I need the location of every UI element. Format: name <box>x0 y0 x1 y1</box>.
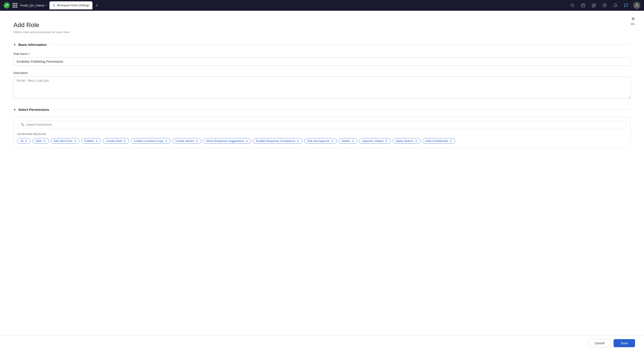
search-permissions-icon: 🔍 <box>20 123 24 126</box>
search-permissions-wrapper: 🔍 <box>17 121 627 128</box>
basic-info-chevron-icon[interactable]: ▼ <box>14 43 16 46</box>
permissions-category: OUTBOUND MESSAGE <box>17 133 627 135</box>
permissions-header: ▼ Select Permissions <box>14 108 630 112</box>
permission-tag[interactable]: Show Response Suggestions✕ <box>203 138 252 144</box>
calendar-button[interactable] <box>580 2 587 9</box>
svg-point-10 <box>636 4 638 5</box>
permission-tag-label: Delete <box>342 139 350 143</box>
permission-tag-remove-icon[interactable]: ✕ <box>449 139 452 143</box>
topnav: Prod0_QA_Client1 ▾ ⚙ Workspace Roles (Se… <box>0 0 644 11</box>
permission-tag-remove-icon[interactable]: ✕ <box>385 139 388 143</box>
notifications-button[interactable] <box>612 2 619 9</box>
page-subtitle: Define roles and permissions for users h… <box>14 31 630 34</box>
permission-tag-label: Giphy Search <box>396 139 413 143</box>
svg-line-3 <box>573 6 574 7</box>
permission-tag-remove-icon[interactable]: ✕ <box>245 139 248 143</box>
chat-button[interactable] <box>622 2 630 9</box>
permissions-section: ▼ Select Permissions 🔍 OUTBOUND MESSAGE … <box>14 108 630 148</box>
topnav-actions <box>569 2 640 9</box>
permission-tag[interactable]: Publish✕ <box>82 138 101 144</box>
permission-tag-label: All <box>20 139 23 143</box>
cancel-button[interactable]: Cancel <box>588 339 611 347</box>
role-name-label: Role Name • <box>14 52 630 56</box>
permissions-tags: All✕View✕Edit Sent Post✕Publish✕Create D… <box>17 138 627 144</box>
permission-tag-remove-icon[interactable]: ✕ <box>296 139 300 143</box>
app-logo[interactable] <box>4 2 10 9</box>
brand-selector[interactable]: Prod0_QA_Client1 ▾ <box>20 4 47 7</box>
permission-tag[interactable]: Edit Sent Post✕ <box>51 138 80 144</box>
permission-tag[interactable]: Delete✕ <box>338 138 357 144</box>
permissions-chevron-icon[interactable]: ▼ <box>14 108 16 111</box>
permission-tag-remove-icon[interactable]: ✕ <box>351 139 354 143</box>
permissions-box: 🔍 OUTBOUND MESSAGE All✕View✕Edit Sent Po… <box>14 117 630 148</box>
permission-tag-remove-icon[interactable]: ✕ <box>165 139 168 143</box>
footer-bar: Cancel Save <box>0 335 644 351</box>
permission-tag[interactable]: All✕ <box>17 138 31 144</box>
basic-info-title: Basic Information <box>18 43 47 47</box>
search-button[interactable] <box>569 2 576 9</box>
svg-point-1 <box>5 6 6 7</box>
page-title: Add Role <box>14 22 630 29</box>
role-name-field: Role Name • <box>14 52 630 66</box>
permission-tag-remove-icon[interactable]: ✕ <box>415 139 418 143</box>
permission-tag-label: Show Response Suggestions <box>206 139 244 143</box>
search-permissions-input[interactable] <box>26 123 624 126</box>
permission-tag[interactable]: Create Draft✕ <box>103 138 129 144</box>
add-tab-button[interactable]: + <box>93 2 100 9</box>
permission-tag-remove-icon[interactable]: ✕ <box>331 139 334 143</box>
basic-info-header: ▼ Basic Information <box>14 43 630 47</box>
permission-tag-label: Edit Sent Post <box>54 139 72 143</box>
permission-tag-label: Edit and Approve <box>307 139 330 143</box>
close-x-icon: ✕ <box>631 16 635 22</box>
apps-grid-icon[interactable] <box>12 3 18 8</box>
save-button[interactable]: Save <box>614 339 635 347</box>
permission-tag-label: View <box>35 139 42 143</box>
basic-info-divider <box>49 45 630 45</box>
role-name-input[interactable] <box>14 57 630 66</box>
permission-tag-label: Enable Response Compliance <box>256 139 295 143</box>
permission-tag-remove-icon[interactable]: ✕ <box>95 139 98 143</box>
tabs-bar: ⚙ Workspace Roles (Settings + <box>50 1 566 10</box>
permission-tag[interactable]: Approve / Reject✕ <box>359 138 391 144</box>
permission-tag[interactable]: Create Variant✕ <box>172 138 202 144</box>
permission-tag-remove-icon[interactable]: ✕ <box>195 139 198 143</box>
description-input[interactable] <box>14 76 630 99</box>
active-tab[interactable]: ⚙ Workspace Roles (Settings <box>50 1 92 10</box>
permission-tag-remove-icon[interactable]: ✕ <box>24 139 28 143</box>
brand-chevron-icon: ▾ <box>46 4 47 7</box>
permission-tag-remove-icon[interactable]: ✕ <box>74 139 77 143</box>
basic-info-section: ▼ Basic Information Role Name • Descript… <box>14 43 630 100</box>
close-label: esc <box>631 22 635 26</box>
permission-tag-label: Create Draft <box>106 139 122 143</box>
permission-tag[interactable]: Create Localized Copy✕ <box>131 138 171 144</box>
permission-tag[interactable]: View✕ <box>32 138 49 144</box>
description-field: Description <box>14 71 630 100</box>
permission-tag-label: Publish <box>84 139 94 143</box>
permission-tag-remove-icon[interactable]: ✕ <box>43 139 46 143</box>
permission-tag-remove-icon[interactable]: ✕ <box>123 139 126 143</box>
svg-rect-4 <box>582 4 585 7</box>
tab-label: Workspace Roles (Settings <box>57 4 89 7</box>
description-label: Description <box>14 71 630 75</box>
close-button[interactable]: ✕ esc <box>631 16 635 26</box>
main-content: ✕ esc Add Role Define roles and permissi… <box>0 11 644 351</box>
user-avatar[interactable] <box>633 2 640 9</box>
svg-point-2 <box>571 4 574 7</box>
brand-label: Prod0_QA_Client1 <box>20 4 44 7</box>
required-indicator: • <box>29 52 30 56</box>
permission-tag[interactable]: Edit and Approve✕ <box>304 138 337 144</box>
permission-tag[interactable]: View Confidential✕ <box>422 138 455 144</box>
permissions-title: Select Permissions <box>18 108 49 112</box>
notification-wrapper <box>612 2 619 9</box>
permission-tag-label: View Confidential <box>426 139 448 143</box>
permission-tag[interactable]: Giphy Search✕ <box>393 138 421 144</box>
tab-settings-icon: ⚙ <box>52 4 56 7</box>
edit-button[interactable] <box>590 2 598 9</box>
help-button[interactable] <box>601 2 608 9</box>
permission-tag-label: Create Localized Copy <box>134 139 163 143</box>
permission-tag-label: Approve / Reject <box>362 139 384 143</box>
permission-tag[interactable]: Enable Response Compliance✕ <box>253 138 302 144</box>
permission-tag-label: Create Variant <box>176 139 194 143</box>
